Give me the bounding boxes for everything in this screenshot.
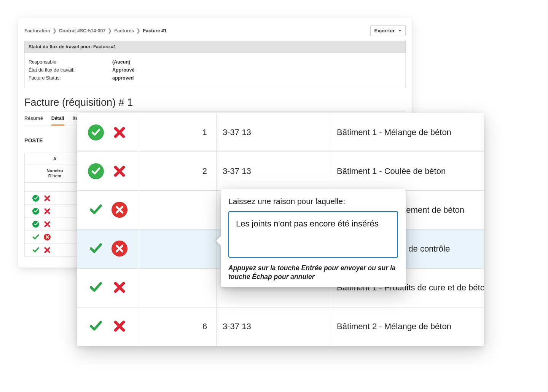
item-description: Bâtiment 2 - Mélange de béton [329, 307, 484, 346]
reject-button[interactable] [112, 279, 127, 295]
item-code: 3-37 13 [217, 113, 329, 152]
table-row: 23-37 13Bâtiment 1 - Coulée de béton [77, 152, 484, 191]
mini-row [25, 192, 85, 205]
item-number: 6 [138, 307, 217, 346]
breadcrumb-item[interactable]: Factures [114, 28, 134, 33]
popover-title: Laissez une raison pour laquelle: [228, 197, 398, 206]
approve-button[interactable] [88, 202, 104, 218]
tab-resume[interactable]: Résumé [24, 112, 43, 126]
approve-button[interactable] [88, 318, 104, 334]
reject-button[interactable] [112, 318, 127, 334]
workflow-row-label: État du flux de travail: [29, 67, 112, 73]
export-button[interactable]: Exporter [370, 25, 406, 36]
approve-icon[interactable] [32, 195, 39, 202]
item-description: Bâtiment 1 - Coulée de béton [329, 152, 484, 191]
approve-button[interactable] [88, 163, 104, 179]
mini-row [25, 231, 85, 244]
reject-button[interactable] [112, 124, 127, 140]
reject-icon[interactable] [44, 195, 51, 202]
approve-icon[interactable] [32, 247, 39, 253]
page-title: Facture (réquisition) # 1 [24, 97, 406, 108]
reject-button[interactable] [112, 163, 127, 179]
tab-detail[interactable]: Détail [51, 112, 64, 126]
mini-col-a: A [25, 153, 85, 164]
reject-icon[interactable] [44, 221, 51, 228]
header-row: Facturation ❯ Contrat #SC-514-007 ❯ Fact… [24, 24, 406, 41]
approve-icon[interactable] [32, 208, 39, 215]
breadcrumb-current: Facture #1 [143, 28, 167, 33]
item-number [138, 191, 217, 229]
breadcrumb-item[interactable]: Facturation [24, 28, 50, 33]
export-button-label: Exporter [374, 28, 395, 33]
workflow-row-value: (Aucun) [112, 59, 130, 65]
reject-reason-popover: Laissez une raison pour laquelle: Appuye… [221, 189, 406, 287]
approve-icon[interactable] [32, 221, 39, 228]
approve-icon[interactable] [32, 234, 39, 241]
reject-reason-input[interactable] [228, 211, 398, 258]
breadcrumb-item[interactable]: Contrat #SC-514-007 [59, 28, 105, 33]
item-description: Bâtiment 1 - Mélange de béton [329, 113, 484, 152]
reject-icon[interactable] [44, 234, 51, 241]
reject-button[interactable] [112, 202, 127, 218]
workflow-status-body: Responsable: (Aucun) État du flux de tra… [24, 53, 406, 88]
table-row: 13-37 13Bâtiment 1 - Mélange de béton [77, 113, 484, 152]
mini-subhead: Numéro D'item [25, 164, 85, 183]
item-number [138, 268, 217, 307]
item-number: 2 [138, 152, 217, 191]
workflow-row-label: Facture Status: [29, 75, 112, 81]
item-code: 3-37 13 [217, 152, 329, 191]
approve-button[interactable] [88, 279, 104, 295]
reject-icon[interactable] [44, 208, 51, 215]
workflow-status-header: Statut du flux de travail pour: Facture … [24, 41, 406, 53]
reject-icon[interactable] [44, 247, 51, 253]
items-overlay-panel: 13-37 13Bâtiment 1 - Mélange de béton23-… [77, 113, 484, 346]
mini-row [25, 205, 85, 218]
item-number: 1 [138, 113, 217, 152]
chevron-right-icon: ❯ [136, 28, 140, 33]
approve-button[interactable] [88, 241, 104, 257]
workflow-row-value: approved [112, 75, 134, 81]
workflow-row-value: Approuvé [112, 67, 134, 73]
workflow-row-label: Responsable: [29, 59, 112, 65]
mini-row [25, 244, 85, 257]
chevron-right-icon: ❯ [108, 28, 112, 33]
caret-down-icon [398, 30, 401, 32]
popover-hint: Appuyez sur la touche Entrée pour envoye… [228, 264, 398, 281]
item-code: 3-37 13 [217, 307, 329, 346]
reject-button[interactable] [112, 241, 127, 257]
item-number [138, 229, 217, 268]
mini-row [25, 218, 85, 231]
chevron-right-icon: ❯ [53, 28, 57, 33]
items-mini-table: A Numéro D'item [24, 153, 85, 257]
mini-spacer [25, 183, 85, 192]
table-row: 63-37 13Bâtiment 2 - Mélange de béton [77, 307, 484, 346]
breadcrumb: Facturation ❯ Contrat #SC-514-007 ❯ Fact… [24, 28, 167, 33]
approve-button[interactable] [88, 124, 104, 140]
